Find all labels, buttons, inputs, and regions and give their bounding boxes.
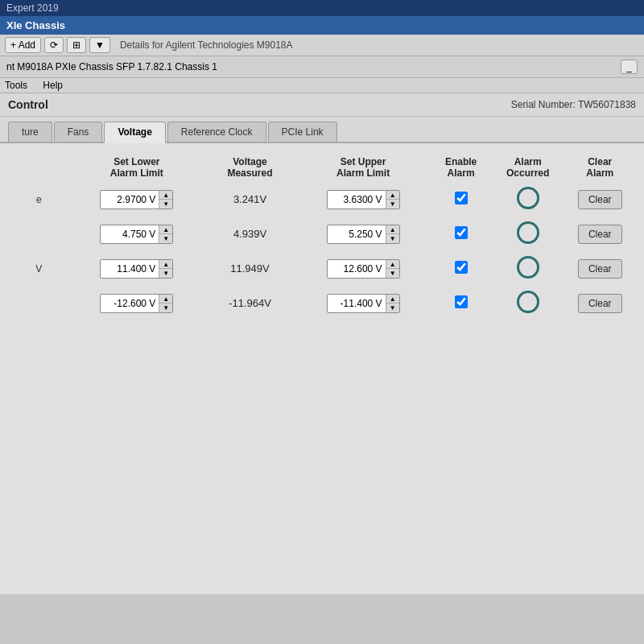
add-button[interactable]: + Add: [5, 37, 41, 53]
upper-limit-value-0[interactable]: [328, 192, 386, 208]
upper-limit-spinner-2: ▲ ▼: [386, 260, 399, 278]
lower-limit-cell-2: ▲ ▼: [70, 251, 204, 286]
enable-alarm-cell-3: [430, 286, 492, 320]
clear-alarm-cell-1: Clear: [564, 217, 636, 251]
minimize-button[interactable]: _: [621, 60, 638, 74]
enable-alarm-cell-0: [430, 182, 492, 217]
col-header-lower: Set LowerAlarm Limit: [70, 153, 204, 182]
toolbar: + Add ⟳ ⊞ ▼ Details for Agilent Technolo…: [0, 35, 644, 56]
tabs-container: ture Fans Voltage Reference Clock PCIe L…: [0, 117, 644, 143]
enable-alarm-checkbox-1[interactable]: [455, 226, 468, 239]
upper-limit-down-0[interactable]: ▼: [386, 200, 399, 208]
clear-alarm-cell-3: Clear: [564, 286, 636, 320]
lower-limit-value-0[interactable]: [101, 192, 159, 208]
table-row: ▲ ▼ 4.939V ▲ ▼: [8, 217, 636, 251]
menu-tools[interactable]: Tools: [5, 80, 27, 91]
upper-limit-value-3[interactable]: [328, 295, 386, 312]
clear-button-0[interactable]: Clear: [578, 190, 622, 209]
window-title-bar: XIe Chassis: [0, 16, 644, 35]
window-title: XIe Chassis: [6, 19, 65, 31]
tab-temperature[interactable]: ture: [8, 122, 52, 142]
row-label-1: [8, 217, 70, 251]
row-label-0: e: [8, 182, 70, 217]
col-header-enable: EnableAlarm: [430, 153, 492, 182]
lower-limit-spinner-1: ▲ ▼: [159, 225, 172, 243]
upper-limit-input-3[interactable]: ▲ ▼: [327, 294, 400, 313]
upper-limit-input-2[interactable]: ▲ ▼: [327, 259, 400, 279]
tab-reference-clock[interactable]: Reference Clock: [167, 122, 266, 142]
lower-limit-up-0[interactable]: ▲: [159, 191, 172, 200]
dropdown-button[interactable]: ▼: [89, 37, 110, 53]
upper-limit-value-2[interactable]: [328, 261, 386, 277]
lower-limit-spinner-2: ▲ ▼: [159, 260, 172, 278]
panel-title: Control: [8, 98, 48, 111]
upper-limit-up-3[interactable]: ▲: [386, 295, 399, 303]
breadcrumb-bar: nt M9018A PXIe Chassis SFP 1.7.82.1 Chas…: [0, 56, 644, 78]
tab-fans[interactable]: Fans: [54, 122, 103, 142]
lower-limit-down-2[interactable]: ▼: [159, 269, 172, 278]
alarm-circle-0: [517, 187, 539, 209]
alarm-occurred-cell-0: [492, 182, 564, 217]
lower-limit-up-1[interactable]: ▲: [159, 225, 172, 234]
lower-limit-input-3[interactable]: ▲ ▼: [100, 294, 173, 313]
row-label-3: [8, 286, 70, 320]
enable-alarm-cell-1: [430, 217, 492, 251]
lower-limit-down-1[interactable]: ▼: [159, 234, 172, 243]
measured-1: 4.939V: [204, 217, 296, 251]
enable-alarm-checkbox-2[interactable]: [455, 261, 468, 274]
clear-button-3[interactable]: Clear: [578, 294, 622, 313]
content-area: Set LowerAlarm Limit VoltageMeasured Set…: [0, 143, 644, 594]
measured-2: 11.949V: [204, 251, 296, 286]
lower-limit-input-0[interactable]: ▲ ▼: [100, 190, 173, 209]
panel-header: Control Serial Number: TW56071838: [0, 93, 644, 117]
upper-limit-spinner-3: ▲ ▼: [386, 295, 399, 312]
clear-button-2[interactable]: Clear: [578, 259, 622, 279]
serial-number: Serial Number: TW56071838: [511, 99, 636, 110]
col-header-clear: ClearAlarm: [564, 153, 636, 182]
upper-limit-input-0[interactable]: ▲ ▼: [327, 190, 400, 209]
upper-limit-input-1[interactable]: ▲ ▼: [327, 225, 400, 244]
table-row: V ▲ ▼ 11.949V ▲: [8, 251, 636, 286]
enable-alarm-cell-2: [430, 251, 492, 286]
app-title: Expert 2019: [6, 2, 59, 14]
upper-limit-up-0[interactable]: ▲: [386, 191, 399, 200]
upper-limit-down-2[interactable]: ▼: [386, 269, 399, 278]
upper-limit-down-3[interactable]: ▼: [386, 303, 399, 312]
col-header-measured: VoltageMeasured: [204, 153, 296, 182]
clear-button-1[interactable]: Clear: [578, 225, 622, 244]
lower-limit-value-1[interactable]: [101, 226, 159, 242]
upper-limit-spinner-1: ▲ ▼: [386, 225, 399, 243]
upper-limit-up-2[interactable]: ▲: [386, 260, 399, 269]
lower-limit-down-3[interactable]: ▼: [159, 303, 172, 312]
upper-limit-up-1[interactable]: ▲: [386, 225, 399, 234]
lower-limit-down-0[interactable]: ▼: [159, 200, 172, 208]
upper-limit-cell-0: ▲ ▼: [296, 182, 430, 217]
enable-alarm-checkbox-3[interactable]: [455, 295, 468, 308]
tab-voltage[interactable]: Voltage: [104, 122, 165, 143]
menu-bar: Tools Help: [0, 78, 644, 93]
tab-pcie-link[interactable]: PCIe Link: [268, 122, 337, 142]
lower-limit-value-2[interactable]: [101, 261, 159, 277]
lower-limit-value-3[interactable]: [101, 295, 159, 312]
alarm-circle-2: [517, 256, 539, 279]
voltage-table: Set LowerAlarm Limit VoltageMeasured Set…: [8, 153, 636, 320]
lower-limit-spinner-3: ▲ ▼: [159, 295, 172, 312]
col-header-label: [8, 153, 70, 182]
upper-limit-down-1[interactable]: ▼: [386, 234, 399, 243]
breadcrumb: nt M9018A PXIe Chassis SFP 1.7.82.1 Chas…: [6, 61, 217, 72]
lower-limit-up-3[interactable]: ▲: [159, 295, 172, 303]
grid-button[interactable]: ⊞: [67, 37, 86, 53]
upper-limit-value-1[interactable]: [328, 226, 386, 242]
lower-limit-cell-0: ▲ ▼: [70, 182, 204, 217]
upper-limit-cell-1: ▲ ▼: [296, 217, 430, 251]
refresh-button[interactable]: ⟳: [44, 37, 64, 53]
lower-limit-input-1[interactable]: ▲ ▼: [100, 225, 173, 244]
menu-help[interactable]: Help: [43, 80, 63, 91]
lower-limit-input-2[interactable]: ▲ ▼: [100, 259, 173, 279]
alarm-occurred-cell-3: [492, 286, 564, 320]
lower-limit-spinner-0: ▲ ▼: [159, 191, 172, 208]
lower-limit-up-2[interactable]: ▲: [159, 260, 172, 269]
alarm-occurred-cell-2: [492, 251, 564, 286]
row-label-2: V: [8, 251, 70, 286]
enable-alarm-checkbox-0[interactable]: [455, 192, 468, 204]
